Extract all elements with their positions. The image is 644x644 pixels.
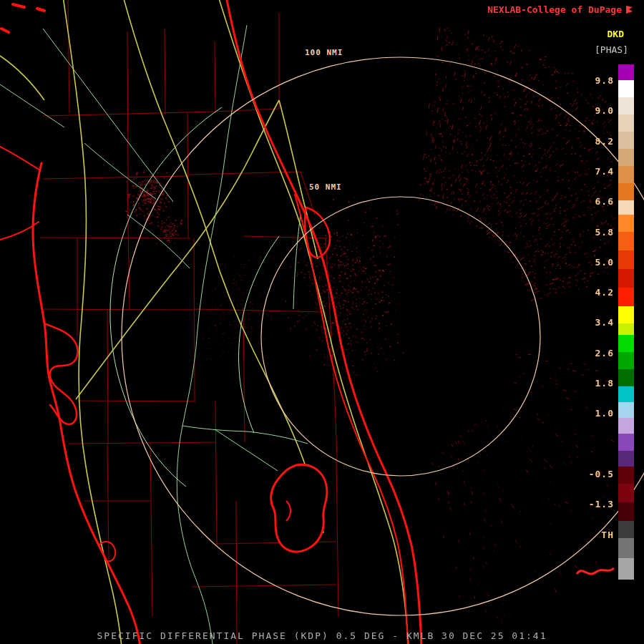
colorbar-segment	[618, 323, 634, 335]
nexlab-logo-icon	[625, 5, 634, 14]
colorbar-segment	[618, 502, 634, 521]
lakes	[271, 464, 327, 552]
colorbar-segment	[618, 538, 634, 558]
cape-canaveral	[305, 208, 330, 258]
highway-nw	[0, 56, 44, 100]
colorbar-segment	[618, 386, 634, 402]
highway-turnpike	[123, 0, 323, 533]
range-ring-100nmi-label: 100 NMI	[303, 48, 344, 57]
colorbar-segment	[618, 288, 634, 306]
colorbar	[618, 64, 634, 580]
highway-i95	[218, 0, 409, 644]
range-rings	[122, 57, 644, 615]
colorbar-segment	[618, 521, 634, 538]
colorbar-segment	[618, 467, 634, 484]
coast-lagoon	[295, 195, 408, 644]
colorbar-segment	[618, 352, 634, 369]
colorbar-segment	[618, 132, 634, 149]
colorbar-segment	[618, 97, 634, 114]
colorbar-segment	[618, 402, 634, 418]
colorbar-segment	[618, 80, 634, 97]
colorbar-segment	[618, 149, 634, 166]
colorbar-segment	[618, 434, 634, 451]
colorbar-segment	[618, 114, 634, 132]
coastline	[0, 0, 421, 644]
basin-boundaries	[110, 107, 279, 487]
edge-marks	[1, 4, 44, 32]
colorbar-segment	[618, 183, 634, 200]
colorbar-segment	[618, 215, 634, 232]
range-ring-100nmi	[122, 57, 644, 615]
tampa-bay	[44, 323, 78, 424]
colorbar-segment	[618, 335, 634, 352]
units-label: [PHAS]	[595, 44, 628, 55]
signature-mark	[577, 568, 614, 574]
range-ring-50nmi	[261, 197, 540, 476]
colorbar-segment	[618, 418, 634, 434]
header: NEXLAB-College of DuPage	[487, 4, 634, 15]
source-title: NEXLAB-College of DuPage	[487, 4, 622, 15]
colorbar-segment	[618, 250, 634, 269]
coast-nw-lines	[0, 147, 40, 240]
highways	[0, 0, 409, 644]
colorbar-segment	[618, 166, 634, 183]
colorbar-segment	[618, 484, 634, 502]
status-bar: SPECIFIC DIFFERENTIAL PHASE (KDP) 0.5 DE…	[0, 630, 644, 641]
highway-i75	[63, 0, 122, 644]
range-ring-50nmi-label: 50 NMI	[308, 182, 343, 192]
colorbar-segment	[618, 200, 634, 215]
colorbar-segment	[618, 558, 634, 580]
lake-kissimmee	[271, 464, 327, 552]
colorbar-segment	[618, 232, 634, 250]
colorbar-segment	[618, 369, 634, 386]
product-code: DKD	[608, 29, 624, 39]
colorbar-segment	[618, 64, 634, 80]
colorbar-segment	[618, 269, 634, 288]
radar-display: NEXLAB-College of DuPage DKD [PHAS] 100 …	[0, 0, 644, 644]
colorbar-segment	[618, 306, 634, 323]
colorbar-segment	[618, 451, 634, 467]
base-map	[0, 0, 644, 644]
